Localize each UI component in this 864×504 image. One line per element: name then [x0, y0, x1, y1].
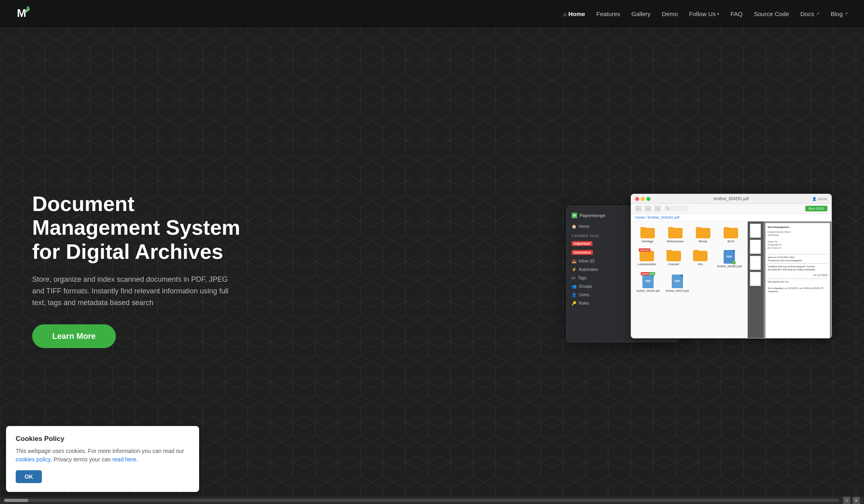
pdf-thumb-1[interactable] — [750, 223, 761, 238]
pdf-thumb-4[interactable] — [750, 272, 761, 286]
scrollbar-track[interactable] — [4, 499, 839, 502]
folder-icon-bvg — [724, 227, 738, 238]
window-title: brother_004291.pdf — [714, 197, 749, 201]
pdf-viewer-panel: Das Finanzgericht... Freigerichtstraße i… — [747, 221, 831, 338]
app-screenshot-wrapper: M Papermerge 🏠 Home ▾ Pinned Tags Import… — [566, 194, 832, 346]
learn-more-button[interactable]: Learn More — [32, 324, 116, 348]
navbar: M ⌂ Home Features Gallery Demo — [0, 0, 864, 28]
nav-link-features[interactable]: Features — [597, 10, 620, 17]
hero-description: Store, organize and index scanned docume… — [32, 274, 233, 308]
nav-item-features[interactable]: Features — [597, 10, 620, 17]
external-link-icon-docs: ↗ — [816, 11, 819, 16]
pdf-thumb-3[interactable] — [750, 256, 761, 270]
sidebar-logo: M — [572, 213, 577, 218]
logo-icon: M — [16, 5, 31, 23]
svg-text:M: M — [17, 7, 26, 19]
nav-link-faq[interactable]: FAQ — [730, 10, 743, 17]
dropdown-arrow-icon: ▾ — [717, 12, 719, 16]
folder-icon-freizeit — [667, 250, 681, 261]
nav-item-demo[interactable]: Demo — [662, 10, 678, 17]
green-check-icon: ✓ — [732, 260, 736, 264]
hero-content: Document Management System for Digital A… — [32, 192, 253, 348]
file-browser-area: Verträge Einkommen — [631, 221, 747, 338]
folder-kfz[interactable]: Kfz — [689, 248, 712, 270]
pdf-icon-281: PDF ✓ — [724, 250, 735, 264]
folder-vertraege[interactable]: Verträge — [635, 225, 660, 245]
folder-icon-kfz — [693, 250, 708, 261]
toolbar-back-btn[interactable]: ← — [635, 206, 642, 211]
file-brother-291-1[interactable]: PDF Important paid brother_004291.pdf — [635, 273, 661, 294]
nav-link-source-code[interactable]: Source Code — [754, 10, 789, 17]
file-brother-273[interactable]: PDF brother_004273.pdf — [664, 273, 691, 294]
pdf-icon-291: PDF — [642, 275, 654, 288]
window-close-btn[interactable] — [635, 197, 639, 201]
file-content-area: Verträge Einkommen — [631, 221, 831, 338]
folder-rente[interactable]: Rente — [691, 225, 715, 245]
file-icon-wrapper-291: PDF Important paid — [642, 275, 654, 288]
hero-title: Document Management System for Digital A… — [32, 192, 253, 264]
nav-item-follow-us[interactable]: Follow Us ▾ — [689, 10, 719, 17]
nav-link-follow-us[interactable]: Follow Us ▾ — [689, 10, 719, 17]
cookies-policy-link[interactable]: cookies policy — [16, 456, 50, 463]
nav-item-faq[interactable]: FAQ — [730, 10, 743, 17]
folder-grid-row3: PDF Important paid brother_004291.pdf PD… — [635, 273, 743, 294]
run-ocr-button[interactable]: Run OCR — [805, 206, 827, 211]
app-main-window: brother_004291.pdf 👤 admin ← → ↑ 🔍 Run O… — [631, 194, 832, 338]
pdf-thumb-2[interactable] — [750, 240, 761, 254]
home-icon: ⌂ — [563, 11, 566, 17]
bottom-icons: S ⊕ — [843, 497, 860, 504]
logo[interactable]: M — [16, 5, 31, 23]
nav-link-blog[interactable]: Blog ↗ — [831, 10, 848, 17]
breadcrumb-bar: Home / brother_004291.pdf — [631, 214, 831, 221]
window-maximize-btn[interactable] — [646, 197, 650, 201]
folder-icon-vertraege — [640, 227, 655, 238]
bottom-icon-1: S — [843, 497, 850, 504]
external-link-icon-blog: ↗ — [844, 11, 848, 16]
nav-link-demo[interactable]: Demo — [662, 10, 678, 17]
window-controls — [635, 197, 650, 201]
nav-item-docs[interactable]: Docs ↗ — [800, 10, 819, 17]
file-icon-wrapper-281: PDF ✓ — [724, 250, 735, 264]
bottom-icon-2: ⊕ — [853, 497, 860, 504]
cookies-text: This webpage uses cookies. For more info… — [16, 447, 189, 464]
pdf-main-viewer: Das Finanzgericht... Freigerichtstraße i… — [764, 221, 831, 338]
pdf-page-content: Das Finanzgericht... Freigerichtstraße i… — [765, 223, 830, 338]
nav-item-blog[interactable]: Blog ↗ — [831, 10, 848, 17]
folder-grid-row2: Important Lebensmittel Freizeit — [635, 248, 743, 270]
nav-link-docs[interactable]: Docs ↗ — [800, 10, 819, 17]
folder-icon-lebensmittel: Important — [640, 250, 654, 261]
cookies-title: Cookies Policy — [16, 435, 189, 443]
nav-item-source-code[interactable]: Source Code — [754, 10, 789, 17]
admin-label: 👤 admin — [812, 197, 827, 201]
folder-icon-rente — [696, 227, 710, 238]
toolbar-forward-btn[interactable]: → — [645, 206, 651, 211]
cookies-ok-button[interactable]: OK — [16, 470, 42, 483]
file-brother-281[interactable]: PDF ✓ brother_004281.pdf — [716, 248, 743, 270]
folder-icon-einkommen — [668, 227, 683, 238]
hero-screenshot: M Papermerge 🏠 Home ▾ Pinned Tags Import… — [253, 194, 832, 346]
bottom-bar: S ⊕ — [0, 497, 864, 504]
read-here-link[interactable]: read here — [112, 456, 136, 463]
nav-item-home[interactable]: ⌂ Home — [563, 10, 585, 17]
folder-bvg[interactable]: BVG — [719, 225, 743, 245]
pdf-thumbnails — [748, 221, 764, 338]
pdf-viewer-inner: Das Finanzgericht... Freigerichtstraße i… — [748, 221, 831, 338]
folder-grid-row1: Verträge Einkommen — [635, 225, 743, 245]
nav-link-home[interactable]: ⌂ Home — [563, 10, 585, 17]
folder-einkommen[interactable]: Einkommen — [663, 225, 687, 245]
folder-freizeit[interactable]: Freizeit — [662, 248, 686, 270]
search-bar[interactable]: 🔍 — [664, 206, 688, 211]
scrollbar-thumb[interactable] — [4, 499, 28, 502]
window-toolbar: ← → ↑ 🔍 Run OCR — [631, 204, 831, 214]
window-minimize-btn[interactable] — [641, 197, 645, 201]
nav-item-gallery[interactable]: Gallery — [632, 10, 651, 17]
cookies-banner: Cookies Policy This webpage uses cookies… — [6, 426, 199, 492]
nav-link-gallery[interactable]: Gallery — [632, 10, 651, 17]
folder-lebensmittel[interactable]: Important Lebensmittel — [635, 248, 659, 270]
window-titlebar: brother_004291.pdf 👤 admin — [631, 194, 831, 204]
pdf-icon-273: PDF — [672, 275, 683, 288]
nav-links: ⌂ Home Features Gallery Demo Follow Us ▾ — [563, 10, 848, 17]
toolbar-upload-btn[interactable]: ↑ — [654, 206, 661, 211]
